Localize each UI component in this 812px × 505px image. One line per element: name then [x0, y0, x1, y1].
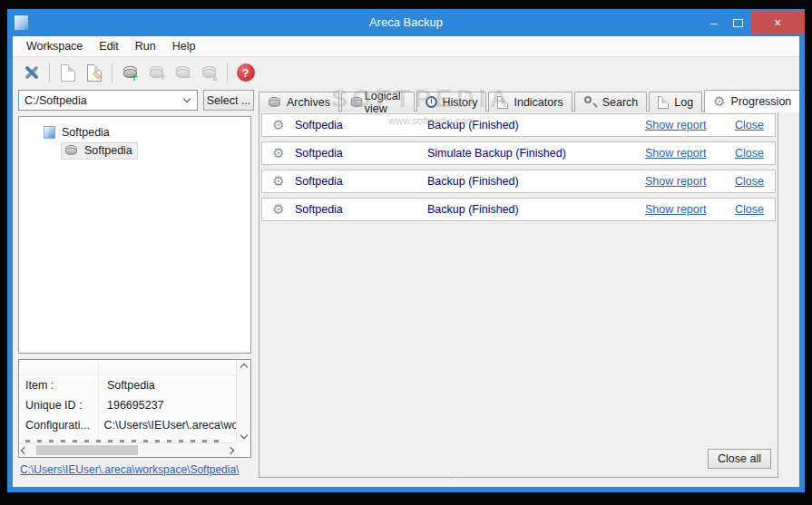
tab-history[interactable]: History [416, 92, 487, 112]
toolbar-separator [227, 63, 228, 83]
task-row: ⚙ Softpedia Backup (Finished) Show repor… [261, 170, 776, 193]
tools-button[interactable] [19, 61, 44, 85]
select-workspace-button[interactable]: Select ... [203, 90, 254, 111]
backup-button[interactable]: + [118, 61, 142, 85]
gear-icon: ⚙ [262, 175, 295, 189]
properties-table: Item : Softpedia Unique ID : 196695237 C… [19, 360, 236, 442]
maximize-button[interactable] [726, 11, 750, 34]
task-status: Backup (Finished) [427, 175, 645, 188]
tree-selection: Softpedia [61, 142, 138, 160]
property-row: Item : Softpedia [19, 375, 236, 395]
property-row: Configurati... C:\Users\IEUser\.areca\wo… [19, 415, 236, 435]
tab-progression[interactable]: ⚙ Progression [704, 90, 799, 112]
menu-run[interactable]: Run [127, 37, 164, 55]
titlebar[interactable]: Areca Backup – × [7, 9, 805, 36]
tab-label: History [443, 96, 478, 109]
tab-archives[interactable]: Archives [259, 92, 339, 112]
toolbar: ✎ + ▾ – ▴ [13, 58, 799, 87]
tab-label: Indicators [514, 96, 563, 109]
close-all-button[interactable]: Close all [708, 449, 771, 469]
database-add-icon: + [123, 66, 137, 79]
workspace-combo[interactable]: C:/Softpedia [18, 90, 198, 111]
toolbar-separator [112, 63, 113, 83]
task-row: ⚙ Softpedia Backup (Finished) Show repor… [261, 198, 776, 221]
tree-item-group[interactable]: Softpedia [19, 123, 250, 141]
new-page-icon [61, 64, 75, 82]
tab-search[interactable]: Search [574, 92, 648, 112]
property-value: Softpedia [99, 379, 155, 392]
scroll-right-icon[interactable] [227, 446, 234, 453]
window-controls: – × [701, 11, 805, 34]
task-status: Backup (Finished) [427, 119, 645, 131]
minimize-button[interactable]: – [701, 11, 726, 34]
menu-help[interactable]: Help [164, 37, 204, 55]
search-icon [583, 95, 597, 109]
workspace-path-link[interactable]: C:\Users\IEUser\.areca\workspace\Softped… [20, 463, 239, 476]
tab-label: Log [674, 96, 693, 109]
tab-label: Logical view [365, 90, 406, 115]
help-button[interactable]: ? [233, 61, 258, 85]
task-target: Softpedia [295, 175, 427, 188]
edit-target-button[interactable]: ✎ [82, 61, 106, 85]
edit-page-icon: ✎ [87, 64, 102, 82]
gear-icon: ⚙ [262, 119, 295, 132]
scroll-left-icon[interactable] [21, 446, 28, 453]
close-task-link[interactable]: Close [735, 119, 775, 131]
horizontal-scrollbar[interactable] [19, 442, 236, 457]
page-icon [497, 96, 508, 109]
property-value: C:\Users\IEUser\.areca\wor [95, 419, 236, 432]
vertical-scrollbar[interactable] [236, 360, 250, 442]
tools-icon [23, 63, 41, 82]
task-target: Softpedia [295, 147, 427, 160]
database-icon [65, 145, 77, 156]
property-label: Item : [19, 379, 99, 392]
show-report-link[interactable]: Show report [645, 203, 735, 216]
gear-icon: ⚙ [262, 203, 295, 217]
properties-header [19, 360, 236, 375]
toolbar-separator [49, 63, 50, 83]
show-report-link[interactable]: Show report [645, 175, 735, 188]
tab-logical-view[interactable]: Logical view [341, 92, 415, 112]
task-status: Simulate Backup (Finished) [427, 147, 645, 160]
scrollbar-thumb[interactable] [36, 445, 138, 455]
help-icon: ? [237, 63, 255, 82]
property-row: Unique ID : 196695237 [19, 395, 236, 415]
scroll-up-icon[interactable] [240, 364, 247, 371]
scroll-down-icon[interactable] [240, 432, 247, 439]
show-report-link[interactable]: Show report [645, 147, 735, 160]
close-button[interactable]: × [750, 11, 805, 34]
database-icon [269, 97, 280, 108]
close-task-link[interactable]: Close [735, 175, 775, 188]
tree-group-label: Softpedia [62, 126, 110, 139]
tab-label: Search [602, 96, 639, 109]
target-tree: Softpedia Softpedia [18, 116, 251, 354]
delete-archives-button[interactable]: – [171, 61, 195, 85]
menu-workspace[interactable]: Workspace [18, 37, 91, 55]
database-merge-icon: ▾ [150, 66, 163, 79]
tab-strip: Archives Logical view History Indicators… [259, 89, 799, 112]
property-label: Unique ID : [19, 399, 99, 412]
progression-panel: ⚙ Softpedia Backup (Finished) Show repor… [259, 111, 778, 478]
tree-item-target[interactable]: Softpedia [19, 141, 250, 160]
close-task-link[interactable]: Close [735, 147, 775, 160]
task-target: Softpedia [295, 119, 427, 131]
merge-button[interactable]: ▾ [144, 61, 169, 85]
maximize-icon [733, 19, 743, 27]
recover-button[interactable]: ▴ [197, 61, 221, 85]
show-report-link[interactable]: Show report [645, 119, 735, 131]
group-icon [44, 126, 55, 139]
menu-bar: Workspace Edit Run Help [13, 36, 799, 57]
column-divider [98, 360, 99, 442]
tab-indicators[interactable]: Indicators [488, 92, 572, 112]
new-target-button[interactable] [55, 61, 80, 85]
pencil-icon: ✎ [93, 70, 103, 83]
tab-log[interactable]: Log [649, 92, 702, 112]
app-window: Areca Backup – × Workspace Edit Run Help [7, 9, 805, 492]
database-delete-icon: – [176, 66, 190, 79]
close-task-link[interactable]: Close [735, 203, 775, 216]
task-status: Backup (Finished) [427, 203, 645, 216]
page-icon [658, 96, 669, 109]
tree-target-label: Softpedia [84, 144, 132, 157]
menu-edit[interactable]: Edit [91, 37, 127, 55]
clock-icon [426, 96, 437, 108]
